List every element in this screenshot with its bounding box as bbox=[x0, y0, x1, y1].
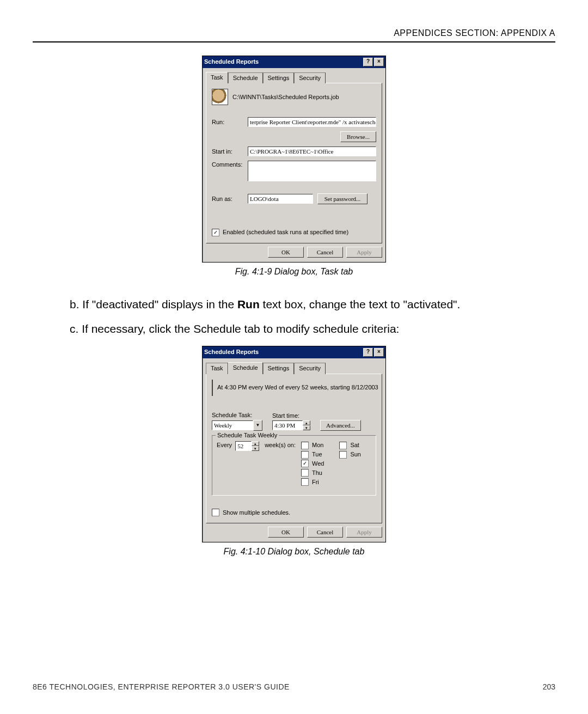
chevron-up-icon: ▴ bbox=[303, 420, 310, 425]
day-wed-checkbox[interactable]: ✓Wed bbox=[301, 460, 324, 468]
chevron-down-icon: ▼ bbox=[253, 420, 262, 431]
day-sat-checkbox[interactable]: Sat bbox=[339, 441, 361, 449]
enabled-label: Enabled (scheduled task runs at specifie… bbox=[223, 228, 348, 236]
task-icon bbox=[212, 380, 213, 396]
day-mon-checkbox[interactable]: Mon bbox=[301, 441, 324, 449]
tab-bar: Task Schedule Settings Security bbox=[203, 358, 385, 374]
figure-caption-2: Fig. 4:1-10 Dialog box, Schedule tab bbox=[33, 546, 555, 558]
day-thu-checkbox[interactable]: Thu bbox=[301, 469, 324, 477]
group-legend: Schedule Task Weekly bbox=[216, 431, 279, 440]
comments-input[interactable] bbox=[248, 161, 376, 181]
chevron-down-icon: ▾ bbox=[252, 446, 259, 451]
weekson-label: week(s) on: bbox=[265, 441, 296, 449]
every-weeks-spinner[interactable]: 52 ▴▾ bbox=[235, 441, 261, 451]
enabled-checkbox[interactable]: ✓ Enabled (scheduled task runs at specif… bbox=[212, 228, 376, 236]
schedule-summary: At 4:30 PM every Wed of every 52 weeks, … bbox=[217, 383, 378, 392]
tab-settings[interactable]: Settings bbox=[263, 72, 295, 84]
dialog-title: Scheduled Reports bbox=[204, 348, 259, 356]
close-icon[interactable]: × bbox=[374, 348, 384, 357]
footer-title: 8E6 TECHNOLOGIES, ENTERPRISE REPORTER 3.… bbox=[33, 682, 290, 692]
step-b-text: b. If "deactivated" displays in the Run … bbox=[70, 296, 483, 312]
checkbox-checked-icon: ✓ bbox=[301, 460, 309, 467]
checkbox-checked-icon: ✓ bbox=[212, 229, 219, 236]
cancel-button[interactable]: Cancel bbox=[307, 247, 343, 258]
schedule-task-select[interactable]: Weekly ▼ bbox=[212, 420, 262, 431]
dialog-title: Scheduled Reports bbox=[204, 58, 259, 66]
run-label: Run: bbox=[212, 118, 243, 126]
advanced-button[interactable]: Advanced... bbox=[320, 420, 361, 431]
page-number: 203 bbox=[543, 682, 555, 692]
scheduled-reports-schedule-dialog: Scheduled Reports ? × Task Schedule Sett… bbox=[202, 346, 386, 543]
page-header: APPENDICES SECTION: APPENDIX A bbox=[33, 27, 555, 42]
show-multiple-label: Show multiple schedules. bbox=[223, 509, 290, 517]
help-icon[interactable]: ? bbox=[363, 58, 373, 66]
tab-settings[interactable]: Settings bbox=[263, 363, 295, 374]
cancel-button[interactable]: Cancel bbox=[307, 527, 343, 538]
tab-task[interactable]: Task bbox=[206, 363, 228, 374]
figure-caption-1: Fig. 4:1-9 Dialog box, Task tab bbox=[33, 266, 555, 278]
run-input[interactable]: terprise Reporter Client\reporter.mde" /… bbox=[248, 117, 376, 127]
tab-security[interactable]: Security bbox=[294, 72, 326, 84]
runas-input[interactable]: LOGO\dota bbox=[248, 194, 313, 204]
chevron-up-icon: ▴ bbox=[252, 441, 259, 446]
tab-schedule[interactable]: Schedule bbox=[228, 362, 263, 374]
browse-button[interactable]: Browse... bbox=[340, 131, 376, 142]
step-c-text: c. If necessary, click the Schedule tab … bbox=[70, 321, 483, 337]
schedule-task-label: Schedule Task: bbox=[212, 411, 262, 419]
tab-task[interactable]: Task bbox=[206, 72, 228, 84]
every-label: Every bbox=[217, 441, 232, 449]
tab-panel-schedule: At 4:30 PM every Wed of every 52 weeks, … bbox=[206, 374, 382, 524]
start-time-spinner[interactable]: 4:30 PM ▴▾ bbox=[272, 420, 310, 430]
schedule-task-weekly-group: Schedule Task Weekly Every 52 ▴▾ week(s)… bbox=[212, 435, 376, 495]
show-multiple-schedules-checkbox[interactable]: Show multiple schedules. bbox=[212, 509, 376, 517]
title-bar[interactable]: Scheduled Reports ? × bbox=[203, 346, 385, 358]
task-path: C:\WINNT\Tasks\Scheduled Reports.job bbox=[232, 93, 339, 101]
startin-input[interactable]: C:\PROGRA~1\8E6TEC~1\Office bbox=[248, 147, 376, 156]
set-password-button[interactable]: Set password... bbox=[317, 193, 367, 204]
ok-button[interactable]: OK bbox=[268, 247, 304, 258]
help-icon[interactable]: ? bbox=[363, 348, 373, 357]
tab-schedule[interactable]: Schedule bbox=[228, 72, 263, 84]
apply-button[interactable]: Apply bbox=[346, 247, 382, 258]
runas-label: Run as: bbox=[212, 195, 243, 203]
ok-button[interactable]: OK bbox=[268, 527, 304, 538]
apply-button[interactable]: Apply bbox=[346, 527, 382, 538]
tab-security[interactable]: Security bbox=[294, 363, 326, 374]
day-fri-checkbox[interactable]: Fri bbox=[301, 478, 324, 486]
day-tue-checkbox[interactable]: Tue bbox=[301, 450, 324, 459]
start-time-label: Start time: bbox=[272, 412, 310, 420]
startin-label: Start in: bbox=[212, 148, 243, 156]
title-bar[interactable]: Scheduled Reports ? × bbox=[203, 56, 385, 68]
day-sun-checkbox[interactable]: Sun bbox=[339, 450, 361, 459]
tab-bar: Task Schedule Settings Security bbox=[203, 68, 385, 83]
comments-label: Comments: bbox=[212, 161, 243, 169]
chevron-down-icon: ▾ bbox=[303, 425, 310, 430]
close-icon[interactable]: × bbox=[374, 58, 384, 66]
scheduled-reports-task-dialog: Scheduled Reports ? × Task Schedule Sett… bbox=[202, 56, 386, 263]
tab-panel-task: C:\WINNT\Tasks\Scheduled Reports.job Run… bbox=[206, 83, 382, 243]
task-icon bbox=[212, 89, 228, 105]
